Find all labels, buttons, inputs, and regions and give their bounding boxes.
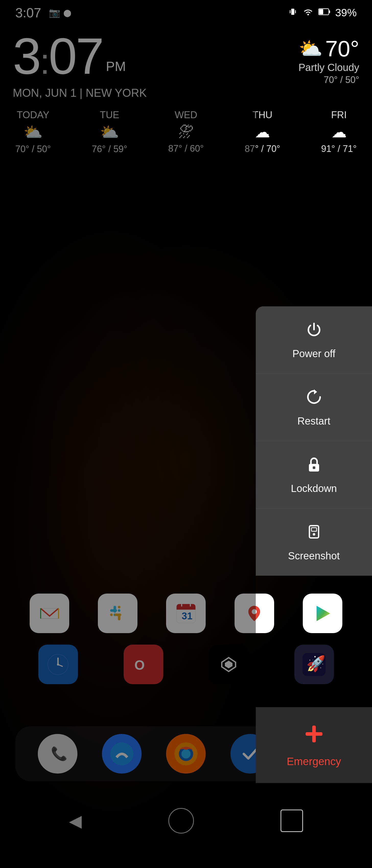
weather-condition: Partly Cloudy: [298, 62, 359, 73]
forecast-temps: 91° / 71°: [321, 144, 357, 154]
power-off-button[interactable]: Power off: [256, 306, 372, 374]
svg-rect-51: [313, 466, 315, 469]
svg-rect-0: [291, 9, 294, 15]
svg-marker-49: [314, 389, 317, 395]
forecast-icon: ☁: [255, 123, 270, 141]
svg-point-3: [307, 14, 309, 15]
recents-button[interactable]: [281, 809, 303, 832]
battery-icon: [318, 7, 331, 19]
lockdown-icon: [305, 455, 323, 478]
forecast-day-4: FRI ☁ 91° / 71°: [321, 110, 357, 154]
dim-overlay: [0, 0, 256, 868]
emergency-label: Emergency: [287, 755, 341, 768]
screenshot-button[interactable]: Screenshot: [256, 508, 372, 576]
svg-rect-53: [311, 528, 317, 531]
weather-current: ⛅ 70° Partly Cloudy 70° / 50°: [298, 31, 359, 85]
forecast-day-label: FRI: [331, 110, 347, 121]
svg-rect-5: [329, 10, 330, 13]
lockdown-label: Lockdown: [291, 483, 337, 494]
weather-range: 70° / 50°: [298, 74, 359, 85]
power-off-icon: [305, 320, 323, 343]
restart-label: Restart: [297, 415, 331, 427]
weather-cloud-icon: ⛅: [299, 37, 323, 60]
screenshot-label: Screenshot: [288, 550, 340, 562]
svg-rect-2: [295, 10, 296, 13]
power-menu: Power off Restart Lockdown: [256, 306, 372, 576]
power-off-label: Power off: [292, 348, 335, 360]
forecast-icon: ☁: [332, 123, 347, 141]
vibrate-icon: [288, 7, 298, 19]
wifi-icon: [303, 7, 314, 19]
status-bar-right: 39%: [288, 7, 357, 19]
app-icon-play[interactable]: [303, 594, 342, 633]
emergency-section[interactable]: Emergency: [256, 707, 372, 783]
weather-temp-main: 70°: [325, 36, 359, 62]
svg-text:🚀: 🚀: [306, 655, 325, 673]
lockdown-button[interactable]: Lockdown: [256, 441, 372, 508]
restart-icon: [305, 388, 323, 410]
screenshot-icon: [305, 523, 323, 545]
restart-button[interactable]: Restart: [256, 374, 372, 441]
battery-percentage: 39%: [335, 7, 357, 19]
svg-rect-56: [306, 732, 322, 736]
emergency-icon: [303, 722, 325, 750]
svg-rect-6: [319, 9, 323, 14]
app-icon-rocket[interactable]: 🚀: [294, 645, 334, 684]
svg-rect-1: [290, 10, 290, 13]
svg-point-54: [313, 533, 315, 536]
